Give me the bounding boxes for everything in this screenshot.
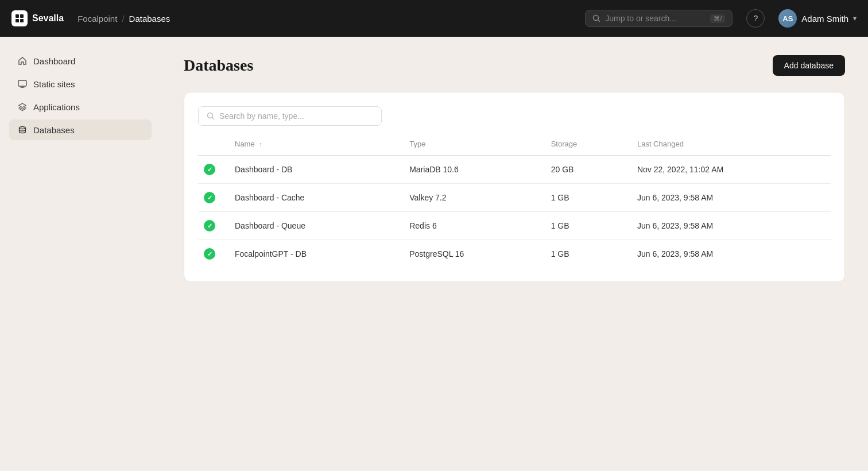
svg-rect-2	[16, 19, 19, 22]
brand-name: Sevalla	[32, 13, 64, 24]
status-ok-icon	[204, 164, 215, 175]
cell-name: Dashboard - DB	[226, 156, 400, 184]
breadcrumb: Focalpoint / Databases	[78, 14, 571, 24]
breadcrumb-current: Databases	[129, 14, 170, 24]
col-storage-header: Storage	[542, 140, 628, 156]
databases-card: Name ↑ Type Storage Last Changed Dashboa…	[184, 92, 845, 282]
svg-rect-1	[20, 14, 24, 18]
monitor-icon	[17, 79, 28, 89]
col-status	[198, 140, 226, 156]
database-icon	[17, 125, 28, 135]
sidebar-static-sites-label: Static sites	[33, 79, 75, 89]
avatar: AS	[778, 9, 797, 28]
breadcrumb-parent[interactable]: Focalpoint	[78, 14, 117, 24]
table-header-row: Name ↑ Type Storage Last Changed	[198, 140, 831, 156]
sort-arrow-icon: ↑	[259, 141, 262, 148]
search-icon	[207, 112, 215, 120]
cell-status	[198, 184, 226, 212]
col-name-header[interactable]: Name ↑	[226, 140, 400, 156]
cell-name: Dashboard - Cache	[226, 184, 400, 212]
cell-storage: 1 GB	[542, 212, 628, 240]
cell-storage: 1 GB	[542, 184, 628, 212]
search-icon	[592, 14, 600, 22]
sidebar-item-databases[interactable]: Databases	[9, 119, 152, 140]
user-name: Adam Smith	[801, 14, 848, 24]
table-search-input[interactable]	[219, 111, 373, 121]
svg-rect-0	[16, 14, 19, 18]
brand-icon	[11, 10, 28, 26]
table-row[interactable]: Dashboard - DB MariaDB 10.6 20 GB Nov 22…	[198, 156, 831, 184]
svg-rect-5	[18, 80, 26, 86]
main-header: Databases Add database	[184, 55, 845, 76]
cell-type: Redis 6	[400, 212, 541, 240]
layers-icon	[17, 102, 28, 112]
cell-storage: 20 GB	[542, 156, 628, 184]
global-search[interactable]: ⌘/	[585, 10, 733, 27]
brand: Sevalla	[11, 10, 64, 26]
cell-status	[198, 240, 226, 268]
cell-storage: 1 GB	[542, 240, 628, 268]
table-row[interactable]: Dashboard - Queue Redis 6 1 GB Jun 6, 20…	[198, 212, 831, 240]
page-title: Databases	[184, 56, 253, 75]
help-button[interactable]: ?	[746, 9, 765, 28]
home-icon	[17, 56, 28, 66]
cell-type: MariaDB 10.6	[400, 156, 541, 184]
cell-type: Valkey 7.2	[400, 184, 541, 212]
sidebar-dashboard-label: Dashboard	[33, 56, 75, 66]
cell-last-changed: Jun 6, 2023, 9:58 AM	[628, 184, 831, 212]
cell-name: FocalpointGPT - DB	[226, 240, 400, 268]
sidebar-item-applications[interactable]: Applications	[9, 96, 152, 117]
svg-point-6	[20, 127, 26, 129]
cell-status	[198, 212, 226, 240]
col-type-header: Type	[400, 140, 541, 156]
cell-name: Dashboard - Queue	[226, 212, 400, 240]
cell-type: PostgreSQL 16	[400, 240, 541, 268]
databases-table: Name ↑ Type Storage Last Changed Dashboa…	[198, 140, 831, 268]
table-row[interactable]: Dashboard - Cache Valkey 7.2 1 GB Jun 6,…	[198, 184, 831, 212]
sidebar-item-dashboard[interactable]: Dashboard	[9, 51, 152, 71]
chevron-down-icon: ▾	[853, 14, 857, 22]
sidebar-item-static-sites[interactable]: Static sites	[9, 74, 152, 94]
col-changed-header: Last Changed	[628, 140, 831, 156]
main-content: Databases Add database Name	[161, 37, 868, 471]
cell-last-changed: Jun 6, 2023, 9:58 AM	[628, 212, 831, 240]
sidebar: Dashboard Static sites Applications	[0, 37, 161, 471]
status-ok-icon	[204, 192, 215, 203]
table-search[interactable]	[198, 106, 382, 126]
breadcrumb-separator: /	[122, 14, 124, 24]
topbar: Sevalla Focalpoint / Databases ⌘/ ? AS A…	[0, 0, 868, 37]
user-menu[interactable]: AS Adam Smith ▾	[778, 9, 857, 28]
status-ok-icon	[204, 220, 215, 231]
search-shortcut: ⌘/	[710, 14, 725, 23]
status-ok-icon	[204, 248, 215, 260]
add-database-button[interactable]: Add database	[773, 55, 845, 76]
cell-last-changed: Nov 22, 2022, 11:02 AM	[628, 156, 831, 184]
sidebar-databases-label: Databases	[33, 125, 75, 135]
sidebar-applications-label: Applications	[33, 102, 80, 112]
svg-rect-3	[20, 19, 24, 22]
table-row[interactable]: FocalpointGPT - DB PostgreSQL 16 1 GB Ju…	[198, 240, 831, 268]
cell-last-changed: Jun 6, 2023, 9:58 AM	[628, 240, 831, 268]
search-input[interactable]	[605, 14, 706, 23]
cell-status	[198, 156, 226, 184]
